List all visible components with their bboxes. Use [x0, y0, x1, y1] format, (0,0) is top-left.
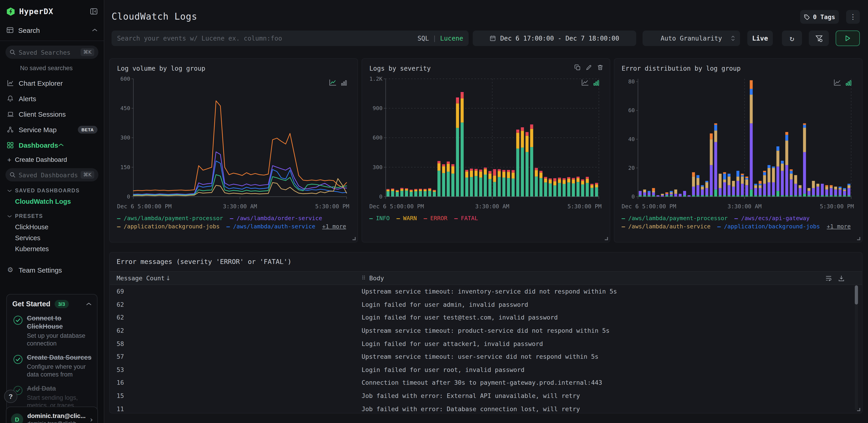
scrollbar-thumb[interactable] — [855, 285, 858, 305]
column-header-body[interactable]: ⠿ Body — [362, 274, 825, 282]
gear-icon: ⚙ — [6, 266, 14, 274]
section-presets[interactable]: PRESETS — [0, 210, 104, 222]
legend-item[interactable]: —/aws/lambda/auth-service — [622, 223, 710, 229]
legend-item[interactable]: —INFO — [369, 215, 390, 222]
app-title: HyperDX — [19, 7, 53, 16]
legend-item[interactable]: —WARN — [396, 215, 417, 222]
dashboard-link-cloudwatch-logs[interactable]: CloudWatch Logs — [0, 196, 104, 207]
help-button[interactable]: ? — [4, 390, 17, 403]
tags-button[interactable]: 0 Tags — [800, 10, 839, 24]
saved-searches-input[interactable]: Saved Searches ⌘K — [5, 46, 98, 59]
sql-toggle[interactable]: SQL — [417, 35, 429, 42]
chevron-up-icon — [86, 302, 92, 306]
date-range-picker[interactable]: Dec 6 17:00:00 - Dec 7 18:00:00 — [473, 31, 636, 46]
sidebar-item-dashboards[interactable]: Dashboards — [0, 137, 104, 153]
legend-more-link[interactable]: +1 more — [827, 223, 851, 229]
drag-handle-icon[interactable]: ⠿ — [362, 275, 366, 281]
live-button[interactable]: Live — [747, 31, 773, 46]
create-dashboard-label: Create Dashboard — [15, 156, 67, 163]
sidebar-item-search[interactable]: Search — [0, 23, 104, 37]
kebab-menu-button[interactable]: ⋮ — [846, 10, 860, 24]
granularity-select[interactable]: Auto Granularity — [643, 31, 740, 46]
table-scrollbar[interactable] — [855, 285, 858, 410]
table-row[interactable]: 15Job failed with error: External API un… — [110, 389, 862, 402]
sidebar-item-service-map[interactable]: Service Map BETA — [0, 122, 104, 137]
search-placeholder: Search your events w/ Lucene ex. column:… — [117, 35, 282, 42]
logo-row: HyperDX — [0, 0, 104, 23]
line-chart-toggle-icon[interactable] — [833, 79, 841, 86]
chart-type-toggles — [329, 79, 347, 86]
chart-canvas-error-distribution[interactable]: 806040200Dec 6 5:00:00 PM3:30:00 AM5:30:… — [622, 74, 855, 214]
sidebar-item-alerts[interactable]: Alerts — [0, 91, 104, 106]
sidebar-item-client-sessions[interactable]: Client Sessions — [0, 106, 104, 122]
panel-resize-handle[interactable] — [857, 408, 860, 411]
user-name: dominic.tran@clic... — [27, 412, 86, 419]
table-row[interactable]: 53Login failed for user root, invalid pa… — [110, 363, 862, 376]
get-started-step-1[interactable]: Connect to ClickHouse Set up your databa… — [12, 314, 92, 347]
preset-link-clickhouse[interactable]: ClickHouse — [0, 222, 104, 232]
get-started-header[interactable]: Get Started 3/3 — [12, 300, 92, 308]
panel-resize-handle[interactable] — [352, 237, 356, 240]
get-started-step-3[interactable]: Add Data Start sending logs, metrics, or… — [12, 384, 92, 409]
table-row[interactable]: 58Login failed for user attacker1, inval… — [110, 337, 862, 350]
chart-canvas-logs-by-severity[interactable]: 1.2K9006003000Dec 6 5:00:00 PM3:30:00 AM… — [369, 74, 602, 214]
line-chart-toggle-icon[interactable] — [581, 79, 589, 86]
bar-chart-toggle-icon[interactable] — [845, 79, 852, 86]
table-row[interactable]: 11Job failed with error: Database connec… — [110, 402, 862, 413]
panel-resize-handle[interactable] — [605, 237, 608, 240]
legend-item[interactable]: —/application/background-jobs — [717, 223, 820, 229]
sidebar-collapse-icon[interactable] — [90, 8, 97, 15]
chart-legend: —/aws/lambda/payment-processor—/aws/lamb… — [117, 214, 350, 230]
table-row[interactable]: 62Login failed for user test@test.com, i… — [110, 311, 862, 324]
download-icon[interactable] — [838, 275, 845, 281]
preset-link-services[interactable]: Services — [0, 232, 104, 244]
lucene-toggle[interactable]: Lucene — [440, 35, 463, 42]
bar-chart-toggle-icon[interactable] — [593, 79, 600, 86]
search-section-label: Search — [18, 26, 40, 34]
divider — [0, 40, 104, 41]
panel-error-distribution: Error distribution by log group 80604020… — [614, 58, 863, 243]
saved-dashboards-input[interactable]: Saved Dashboards ⌘K — [5, 168, 98, 181]
legend-more-link[interactable]: +1 more — [322, 223, 346, 229]
column-header-message-count[interactable]: Message Count↓ — [110, 274, 362, 282]
cell-message-count: 11 — [110, 405, 362, 412]
table-row[interactable]: 69Upstream service timeout: inventory-se… — [110, 285, 862, 298]
legend-item[interactable]: —/application/background-jobs — [117, 223, 220, 229]
chevron-up-icon — [92, 28, 97, 32]
get-started-step-2[interactable]: Create Data Sources Configure where your… — [12, 353, 92, 378]
legend-item[interactable]: —/aws/lambda/payment-processor — [117, 215, 223, 222]
wrap-text-icon[interactable] — [825, 275, 832, 281]
event-search-input[interactable]: Search your events w/ Lucene ex. column:… — [112, 31, 469, 46]
filter-button[interactable] — [809, 31, 829, 46]
svg-text:900: 900 — [373, 105, 382, 111]
user-menu[interactable]: D dominic.tran@clic... dominic.tran@clic… — [6, 406, 98, 423]
edit-icon[interactable] — [586, 64, 592, 70]
legend-item[interactable]: —FATAL — [454, 215, 478, 222]
legend-item[interactable]: —/aws/ecs/api-gateway — [735, 215, 810, 222]
panel-resize-handle[interactable] — [857, 237, 860, 240]
line-chart-toggle-icon[interactable] — [329, 79, 337, 86]
step-title: Connect to ClickHouse — [27, 314, 92, 331]
chart-canvas-log-volume[interactable]: 6004503001500Dec 6 5:00:00 PM3:30:00 AM5… — [117, 74, 350, 214]
bar-chart-toggle-icon[interactable] — [341, 79, 347, 86]
saved-searches-placeholder: Saved Searches — [19, 49, 70, 56]
refresh-button[interactable]: ↻ — [782, 31, 802, 46]
legend-item[interactable]: —ERROR — [424, 215, 447, 222]
table-row[interactable]: 62Upstream service timeout: product-serv… — [110, 324, 862, 337]
table-row[interactable]: 62Login failed for user admin, invalid p… — [110, 298, 862, 311]
run-query-button[interactable] — [836, 31, 860, 46]
sidebar-item-chart-explorer[interactable]: Chart Explorer — [0, 75, 104, 91]
preset-link-kubernetes[interactable]: Kubernetes — [0, 244, 104, 254]
duplicate-icon[interactable] — [574, 64, 581, 70]
section-saved-dashboards[interactable]: SAVED DASHBOARDS — [0, 185, 104, 196]
help-label: ? — [9, 392, 13, 400]
legend-item[interactable]: —/aws/lambda/auth-service — [226, 223, 315, 229]
table-row[interactable]: 16Connection timeout after 30s to paymen… — [110, 376, 862, 389]
create-dashboard-button[interactable]: + Create Dashboard — [0, 153, 104, 166]
table-rows: 69Upstream service timeout: inventory-se… — [110, 285, 862, 413]
table-row[interactable]: 57Upstream service timeout: user-service… — [110, 350, 862, 363]
sidebar-item-team-settings[interactable]: ⚙ Team Settings — [0, 262, 104, 278]
legend-item[interactable]: —/aws/lambda/payment-processor — [622, 215, 728, 222]
delete-icon[interactable] — [597, 64, 603, 70]
legend-item[interactable]: —/aws/lambda/order-service — [230, 215, 322, 222]
